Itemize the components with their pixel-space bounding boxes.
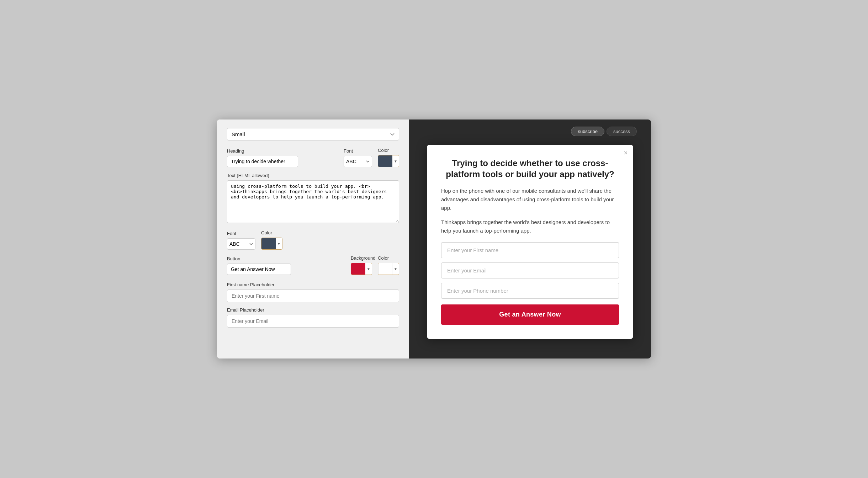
button-bg-swatch[interactable]: ▼ (351, 263, 372, 275)
heading-color-group: Color ▼ (378, 148, 399, 167)
first-name-placeholder-input[interactable] (227, 290, 399, 302)
size-select-group: Small Medium Large (227, 128, 399, 140)
heading-input[interactable] (227, 156, 298, 167)
button-color-preview (378, 263, 392, 275)
first-name-placeholder-label: First name Placeholder (227, 282, 399, 287)
heading-font-select[interactable]: ABC (344, 156, 372, 167)
button-color-group: Color ▼ (378, 255, 399, 275)
modal-submit-button[interactable]: Get an Answer Now (441, 304, 619, 325)
body-font-select[interactable]: ABC (227, 238, 255, 250)
modal-card: × Trying to decide whether to use cross-… (427, 145, 633, 339)
heading-color-swatch[interactable]: ▼ (378, 155, 399, 167)
first-name-placeholder-group: First name Placeholder (227, 282, 399, 302)
email-placeholder-input[interactable] (227, 315, 399, 328)
right-panel: subscribe success × Trying to decide whe… (409, 120, 651, 358)
body-font-group: Font ABC (227, 231, 255, 250)
size-select[interactable]: Small Medium Large (227, 128, 399, 140)
app-wrapper: Small Medium Large Heading Font ABC Colo… (217, 120, 651, 358)
email-placeholder-group: Email Placeholder (227, 307, 399, 328)
heading-color-arrow-icon: ▼ (392, 155, 399, 167)
body-font-label: Font (227, 231, 255, 236)
button-bg-label: Background (351, 255, 372, 261)
body-color-label: Color (261, 230, 282, 235)
body-color-group: Color ▼ (261, 230, 282, 250)
button-bg-preview (351, 263, 365, 275)
heading-label: Heading (227, 148, 338, 154)
body-color-swatch[interactable]: ▼ (261, 238, 282, 250)
body-color-arrow-icon: ▼ (276, 238, 282, 250)
modal-body-text-2: Thinkapps brings together the world's be… (441, 218, 619, 235)
heading-color-preview (378, 155, 392, 167)
button-label-label: Button (227, 256, 345, 261)
heading-color-label: Color (378, 148, 399, 153)
button-bg-arrow-icon: ▼ (365, 263, 372, 275)
text-area-input[interactable]: using cross-platform tools to build your… (227, 180, 399, 223)
tab-subscribe[interactable]: subscribe (571, 127, 604, 136)
modal-phone-input[interactable] (441, 283, 619, 299)
body-color-preview (261, 238, 276, 250)
heading-font-label: Font (344, 148, 372, 154)
button-row: Button Background ▼ Color ▼ (227, 255, 399, 275)
modal-form: Get an Answer Now (441, 242, 619, 325)
tab-success[interactable]: success (607, 127, 637, 136)
heading-font-group: Font ABC (344, 148, 372, 167)
text-area-group: Text (HTML allowed) using cross-platform… (227, 173, 399, 224)
modal-first-name-input[interactable] (441, 242, 619, 258)
button-color-label: Color (378, 255, 399, 261)
text-area-label: Text (HTML allowed) (227, 173, 399, 178)
modal-email-input[interactable] (441, 262, 619, 278)
button-color-arrow-icon: ▼ (392, 263, 399, 275)
heading-row: Heading Font ABC Color ▼ (227, 148, 399, 167)
button-label-group: Button (227, 256, 345, 275)
modal-close-button[interactable]: × (624, 150, 628, 156)
modal-body-text-1: Hop on the phone with one of our mobile … (441, 187, 619, 212)
modal-heading: Trying to decide whether to use cross-pl… (441, 158, 619, 180)
heading-group: Heading (227, 148, 338, 167)
tab-row: subscribe success (571, 127, 637, 136)
button-label-input[interactable] (227, 264, 291, 275)
email-placeholder-label: Email Placeholder (227, 307, 399, 313)
button-color-swatch[interactable]: ▼ (378, 263, 399, 275)
left-panel: Small Medium Large Heading Font ABC Colo… (217, 120, 409, 358)
button-bg-group: Background ▼ (351, 255, 372, 275)
font-color-row: Font ABC Color ▼ (227, 230, 399, 250)
